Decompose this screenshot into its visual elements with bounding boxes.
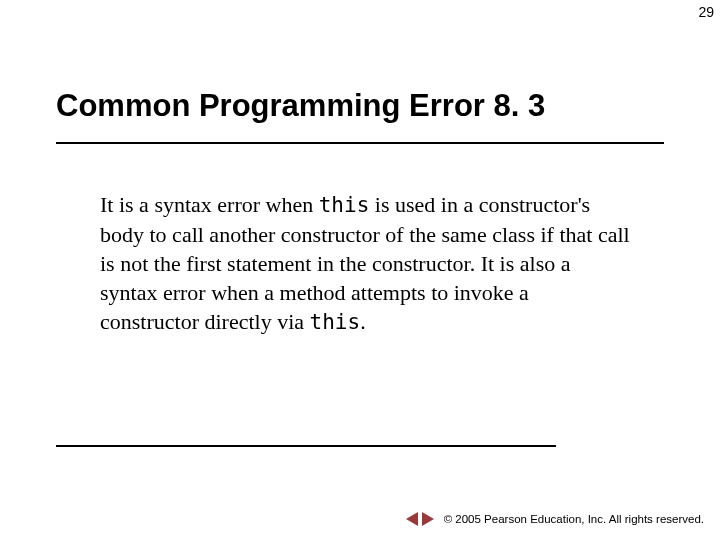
prev-icon[interactable] [406,512,418,526]
body-text-part-3: . [360,309,366,334]
body-text: It is a syntax error when this is used i… [100,190,630,337]
next-icon[interactable] [422,512,434,526]
body-text-part-1: It is a syntax error when [100,192,319,217]
code-this-2: this [310,310,361,334]
bottom-rule [56,445,556,447]
footer: © 2005 Pearson Education, Inc. All right… [406,512,704,526]
top-rule [56,142,664,144]
slide-title: Common Programming Error 8. 3 [56,88,670,124]
page-number: 29 [698,4,714,20]
code-this-1: this [319,193,370,217]
nav-arrows [406,512,434,526]
copyright-text: © 2005 Pearson Education, Inc. All right… [444,513,704,525]
